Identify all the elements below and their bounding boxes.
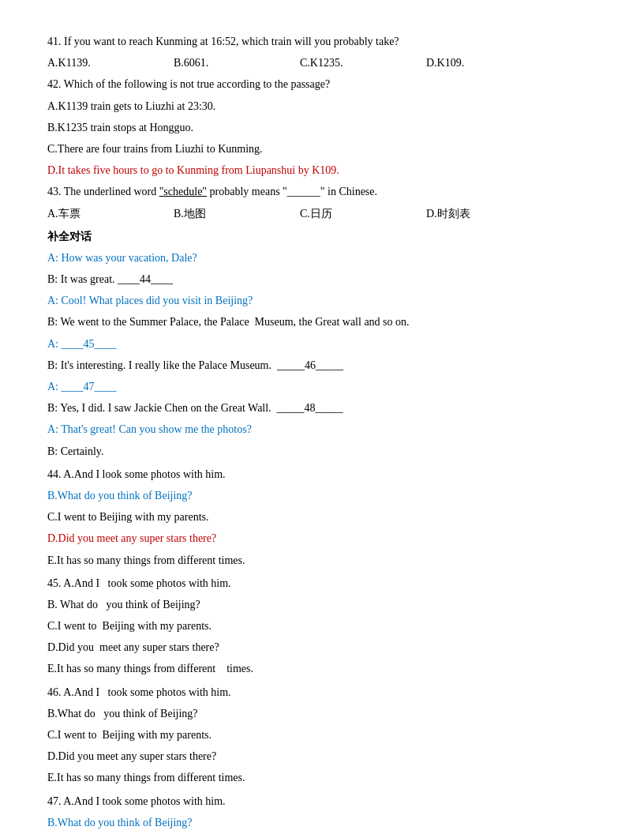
dialog-line-1: A: How was your vacation, Dale?: [47, 248, 597, 268]
q44-optC: C.I went to Beijing with my parents.: [47, 507, 597, 527]
dialog-line-8: B: Yes, I did. I saw Jackie Chen on the …: [47, 398, 597, 418]
q46-header: 46. A.And I took some photos with him.: [47, 682, 597, 702]
q42-optA: A.K1139 train gets to Liuzhi at 23:30.: [47, 96, 597, 116]
answer-options-46: 46. A.And I took some photos with him. B…: [47, 682, 597, 788]
q44-header: 44. A.And I look some photos with him.: [47, 464, 597, 484]
dialog-line-9: A: That's great! Can you show me the pho…: [47, 419, 597, 439]
dialog-line-6: B: It's interesting. I really like the P…: [47, 355, 597, 375]
q46-optB: B.What do you think of Beijing?: [47, 704, 597, 723]
q46-optD: D.Did you meet any super stars there?: [47, 746, 597, 766]
q42-options: A.K1139 train gets to Liuzhi at 23:30. B…: [47, 96, 597, 181]
section-title: 补全对话: [47, 227, 597, 246]
q41-text: 41. If you want to reach Kunming at 16:5…: [47, 32, 597, 51]
question-43: 43. The underlined word "schedule" proba…: [47, 182, 597, 223]
main-content: 41. If you want to reach Kunming at 16:5…: [47, 32, 597, 832]
q41-optC: C.K1235.: [300, 53, 426, 73]
q44-optB: B.What do you think of Beijing?: [47, 486, 597, 505]
q43-text: 43. The underlined word "schedule" proba…: [47, 182, 597, 201]
q45-optC: C.I went to Beijing with my parents.: [47, 616, 597, 636]
dialog-line-4: B: We went to the Summer Palace, the Pal…: [47, 312, 597, 332]
q44-optD: D.Did you meet any super stars there?: [47, 528, 597, 548]
q43-optA: A.车票: [47, 204, 174, 224]
q47-header: 47. A.And I took some photos with him.: [47, 791, 597, 811]
q42-optD: D.It takes five hours to go to Kunming f…: [47, 160, 597, 180]
dialog-line-5: A: ____45____: [47, 334, 597, 354]
q42-optB: B.K1235 train stops at Hongguo.: [47, 118, 597, 137]
dialog-line-2: B: It was great. ____44____: [47, 269, 597, 289]
answer-options-47: 47. A.And I took some photos with him. B…: [47, 791, 597, 832]
q45-header: 45. A.And I took some photos with him.: [47, 573, 597, 593]
q41-optA: A.K1139.: [47, 53, 174, 73]
q45-optD: D.Did you meet any super stars there?: [47, 637, 597, 657]
q45-optB: B. What do you think of Beijing?: [47, 595, 597, 614]
q47-optB: B.What do you think of Beijing?: [47, 813, 597, 832]
q46-optC: C.I went to Beijing with my parents.: [47, 725, 597, 745]
dialog-line-7: A: ____47____: [47, 377, 597, 396]
answer-options-44: 44. A.And I look some photos with him. B…: [47, 464, 597, 570]
q43-optB: B.地图: [174, 204, 300, 224]
q45-optE: E.It has so many things from different t…: [47, 659, 597, 678]
q42-optC: C.There are four trains from Liuzhi to K…: [47, 139, 597, 159]
q46-optE: E.It has so many things from different t…: [47, 768, 597, 787]
q43-optC: C.日历: [300, 204, 426, 224]
q41-options: A.K1139. B.6061. C.K1235. D.K109.: [47, 53, 597, 73]
q44-optE: E.It has so many things from different t…: [47, 550, 597, 570]
q43-options: A.车票 B.地图 C.日历 D.时刻表: [47, 204, 597, 224]
question-41: 41. If you want to reach Kunming at 16:5…: [47, 32, 597, 73]
dialog-line-10: B: Certainly.: [47, 441, 597, 461]
q41-optD: D.K109.: [426, 53, 552, 73]
answer-options-45: 45. A.And I took some photos with him. B…: [47, 573, 597, 679]
dialog-line-3: A: Cool! What places did you visit in Be…: [47, 291, 597, 310]
q41-optB: B.6061.: [174, 53, 300, 73]
q43-optD: D.时刻表: [426, 204, 552, 224]
q42-text: 42. Which of the following is not true a…: [47, 74, 597, 94]
question-42: 42. Which of the following is not true a…: [47, 74, 597, 180]
dialog: A: How was your vacation, Dale? B: It wa…: [47, 248, 597, 461]
